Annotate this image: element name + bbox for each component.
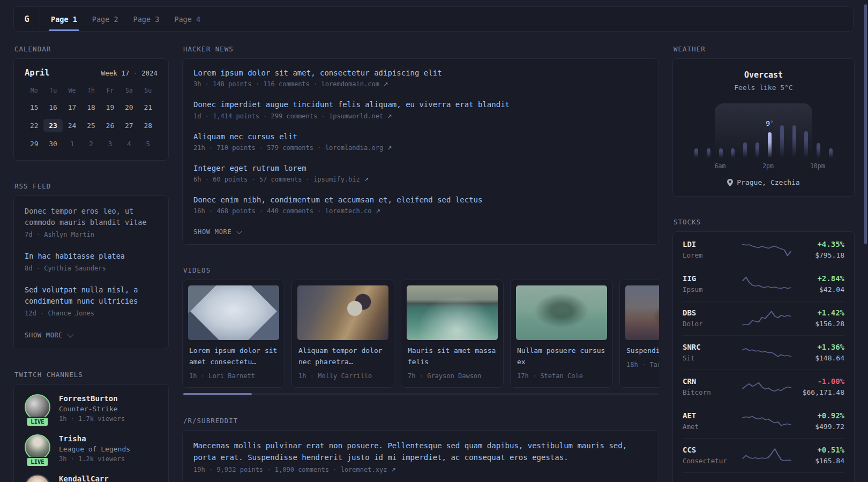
- hn-comments-link[interactable]: 116 comments: [263, 80, 310, 88]
- hn-comments-link[interactable]: 440 comments: [267, 207, 313, 215]
- external-link-icon: ↗: [387, 145, 392, 152]
- calendar-day: 2: [81, 137, 100, 150]
- separator-dot: [205, 112, 209, 120]
- hn-item-link[interactable]: Lorem ipsum dolor sit amet, consectetur …: [193, 67, 648, 78]
- hn-comments-link[interactable]: 579 comments: [267, 144, 313, 152]
- stock-price: $66,171.48: [793, 388, 844, 396]
- video-title-link[interactable]: Aliquam tempor dolor nec pharetra…: [292, 345, 394, 368]
- video-card[interactable]: Suspendisse diam 18h Tara: [619, 280, 659, 388]
- stock-row[interactable]: LDILorem +4.35%$795.18: [683, 233, 844, 267]
- calendar-card: April Week 17 2024 Mo Tu We Th Fr Sa: [13, 58, 169, 161]
- weekday-label: Th: [81, 87, 100, 96]
- reddit-post-link[interactable]: Maecenas mollis pulvinar erat non posuer…: [193, 440, 648, 464]
- hn-item-link[interactable]: Aliquam nec cursus elit: [193, 131, 648, 142]
- video-card[interactable]: Lorem ipsum dolor sit amet consectetu… 1…: [182, 280, 285, 388]
- video-title-link[interactable]: Lorem ipsum dolor sit amet consectetu…: [183, 345, 285, 368]
- video-title-link[interactable]: Nullam posuere cursus ex: [511, 345, 612, 368]
- twitch-channel[interactable]: LIVE ForrestBurton Counter-Strike 1h 1.7…: [25, 394, 158, 423]
- stock-symbol: CCS: [683, 446, 740, 454]
- weather-hour-label: [774, 162, 786, 170]
- separator-dot: [209, 466, 213, 473]
- tab-page-3[interactable]: Page 3: [126, 7, 167, 31]
- tab-page-1[interactable]: Page 1: [43, 7, 85, 31]
- rss-item-link[interactable]: Sed volutpat nulla nisl, a condimentum n…: [25, 284, 158, 307]
- video-author-link[interactable]: Grayson Dawson: [427, 372, 481, 380]
- video-author-link[interactable]: Tara: [649, 361, 659, 368]
- rss-show-more-button[interactable]: SHOW MORE: [25, 332, 72, 341]
- stock-name: Ipsum: [683, 285, 740, 293]
- tab-page-2[interactable]: Page 2: [85, 7, 126, 31]
- calendar-widget: CALENDAR April Week 17 2024 Mo Tu We: [13, 45, 169, 161]
- videos-scrollbar[interactable]: [182, 393, 659, 395]
- stock-row[interactable]: AHS +0.46%: [683, 473, 844, 482]
- avatar: [25, 434, 50, 460]
- location-pin-icon: [727, 179, 733, 186]
- video-card[interactable]: Mauris sit amet massa felis 7h Grayson D…: [401, 280, 504, 388]
- hn-domain-link[interactable]: loremlandia.org: [325, 144, 383, 152]
- calendar-day: 25: [81, 119, 100, 132]
- stock-row[interactable]: DBSDolor +1.42%$156.28: [683, 302, 844, 336]
- weather-condition: Overcast: [684, 70, 843, 80]
- video-author-link[interactable]: Molly Carrillo: [318, 372, 372, 380]
- video-thumbnail[interactable]: [188, 285, 279, 340]
- video-author-link[interactable]: Lori Barnett: [208, 372, 255, 380]
- tab-page-4[interactable]: Page 4: [167, 7, 208, 31]
- weather-bar: [788, 115, 800, 158]
- weather-bar: [825, 115, 837, 158]
- weekday-label: We: [63, 87, 81, 96]
- weather-hour-label: [786, 162, 798, 170]
- videos-scrollbar-thumb[interactable]: [183, 393, 252, 395]
- middle-column: HACKER NEWS Lorem ipsum dolor sit amet, …: [182, 45, 659, 482]
- stock-row[interactable]: CRNBitcorn -1.00%$66,171.48: [683, 370, 844, 404]
- videos-carousel: Lorem ipsum dolor sit amet consectetu… 1…: [182, 280, 659, 388]
- hn-domain-link[interactable]: loremtech.co: [325, 207, 372, 215]
- reddit-domain-link[interactable]: loremnet.xyz: [341, 466, 387, 473]
- rss-item-link[interactable]: In hac habitasse platea: [25, 251, 158, 262]
- app-logo[interactable]: G: [14, 7, 40, 31]
- header: G Page 1 Page 2 Page 3 Page 4: [13, 6, 854, 32]
- video-title-link[interactable]: Mauris sit amet massa felis: [401, 345, 503, 368]
- hn-domain-link[interactable]: ipsumify.biz: [313, 176, 360, 183]
- stock-row[interactable]: SNRCSit +1.36%$148.64: [683, 336, 844, 370]
- stock-change: +1.36%: [793, 343, 844, 351]
- hn-comments-link[interactable]: 299 comments: [271, 112, 318, 120]
- weather-bar: [702, 115, 715, 158]
- separator-dot: [71, 415, 74, 423]
- twitch-channel[interactable]: LIVE Trisha League of Legends 3h 1.2k vi…: [25, 434, 158, 463]
- video-thumbnail[interactable]: [297, 285, 388, 340]
- video-author-link[interactable]: Stefan Cole: [540, 372, 582, 380]
- reddit-comments-link[interactable]: 1,090 comments: [275, 466, 329, 473]
- video-card[interactable]: Nullam posuere cursus ex 17h Stefan Cole: [510, 280, 613, 388]
- stock-sparkline: [740, 343, 793, 362]
- video-title-link[interactable]: Suspendisse diam: [620, 345, 659, 357]
- video-thumbnail[interactable]: [407, 285, 498, 340]
- stock-row[interactable]: AETAmet +0.92%$499.72: [683, 404, 844, 439]
- page-scrollbar-thumb[interactable]: [864, 4, 867, 244]
- hn-show-more-button[interactable]: SHOW MORE: [193, 228, 241, 238]
- stocks-section-label: STOCKS: [674, 218, 855, 226]
- calendar-day: 19: [101, 101, 119, 114]
- video-card[interactable]: Aliquam tempor dolor nec pharetra… 1h Mo…: [291, 280, 394, 388]
- weather-bar: [751, 115, 764, 158]
- stock-change: +4.35%: [793, 240, 844, 248]
- hn-domain-link[interactable]: loremdomain.com: [321, 80, 379, 88]
- hn-item-link[interactable]: Integer eget rutrum lorem: [193, 163, 648, 174]
- channel-name[interactable]: Trisha: [59, 434, 130, 443]
- external-link-icon: ↗: [387, 113, 392, 120]
- stock-row[interactable]: IIGIpsum +2.84%$42.04: [683, 267, 844, 302]
- separator-dot: [201, 372, 205, 380]
- stock-row[interactable]: CCSConsectetur +0.51%$165.84: [683, 439, 844, 473]
- hn-item-link[interactable]: Donec enim nibh, condimentum et accumsan…: [193, 194, 648, 205]
- twitch-channel[interactable]: KendallCarr: [25, 475, 158, 482]
- channel-name[interactable]: ForrestBurton: [59, 394, 125, 403]
- twitch-widget: TWITCH CHANNELS LIVE ForrestBurton Count…: [13, 371, 169, 482]
- rss-item-link[interactable]: Donec tempor eros leo, ut commodo mauris…: [25, 206, 158, 228]
- hn-domain-link[interactable]: ipsumworld.net: [329, 112, 383, 120]
- stock-symbol: IIG: [683, 274, 740, 283]
- video-thumbnail[interactable]: [625, 285, 659, 340]
- weather-bar: [715, 115, 727, 158]
- video-thumbnail[interactable]: [516, 285, 607, 340]
- hn-comments-link[interactable]: 57 comments: [259, 176, 302, 183]
- hn-item-link[interactable]: Donec imperdiet augue tincidunt felis al…: [193, 99, 648, 110]
- channel-name[interactable]: KendallCarr: [59, 475, 109, 482]
